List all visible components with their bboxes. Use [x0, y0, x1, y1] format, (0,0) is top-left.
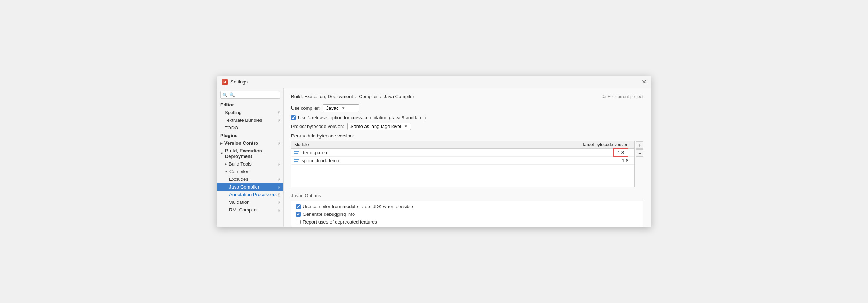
sidebar-item-version-control[interactable]: ▶ Version Control ⎘	[217, 139, 283, 147]
search-icon: 🔍	[222, 93, 228, 97]
copy-icon: ⎘	[278, 162, 280, 166]
module-name: springcloud-demo	[302, 158, 566, 163]
add-row-button[interactable]: +	[636, 141, 643, 149]
release-option-label: Use '--release' option for cross-compila…	[298, 115, 426, 120]
main-panel: Build, Execution, Deployment › Compiler …	[284, 88, 651, 227]
sidebar: 🔍 Editor Spelling ⎘ TextMate Bundles ⎘ T…	[217, 88, 284, 227]
copy-icon: ⎘	[278, 208, 280, 212]
sidebar-item-build-exec-deploy[interactable]: ▼ Build, Execution, Deployment	[217, 147, 283, 160]
table-header: Module Target bytecode version	[291, 141, 634, 149]
debugging-info-label: Generate debugging info	[303, 211, 355, 217]
deprecated-features-checkbox[interactable]	[296, 220, 301, 224]
project-icon: 🗂	[602, 94, 606, 99]
bytecode-value-highlighted: 1.8	[613, 148, 628, 157]
table-row: demo-parent 1.8	[291, 149, 634, 157]
chevron-right-icon: ▶	[220, 141, 223, 145]
bytecode-cell: 1.8	[566, 158, 631, 163]
select-arrow-icon: ▼	[404, 124, 408, 128]
bytecode-version-label: Project bytecode version:	[291, 124, 344, 129]
use-compiler-row: Use compiler: Javac ▼	[291, 104, 643, 112]
select-arrow-icon: ▼	[341, 106, 345, 110]
copy-icon: ⎘	[278, 110, 280, 115]
sidebar-item-excludes[interactable]: Excludes ⎘	[217, 175, 283, 183]
window-title: Settings	[230, 79, 641, 85]
copy-icon: ⎘	[278, 193, 280, 197]
search-input[interactable]	[220, 91, 280, 99]
compiler-select[interactable]: Javac ▼	[323, 104, 359, 112]
titlebar: IJ Settings ✕	[217, 76, 651, 88]
breadcrumb: Build, Execution, Deployment › Compiler …	[291, 94, 643, 99]
bytecode-version-row: Project bytecode version: Same as langua…	[291, 123, 643, 130]
sidebar-item-plugins[interactable]: Plugins	[217, 132, 283, 139]
bytecode-cell-highlighted[interactable]: 1.8	[566, 150, 631, 155]
debugging-info-checkbox[interactable]	[296, 212, 301, 217]
remove-row-button[interactable]: −	[636, 149, 643, 157]
table-row: springcloud-demo 1.8	[291, 157, 634, 165]
copy-icon: ⎘	[278, 185, 280, 189]
sidebar-item-java-compiler[interactable]: Java Compiler ⎘	[217, 183, 283, 191]
sidebar-item-editor[interactable]: Editor	[217, 101, 283, 109]
breadcrumb-part-1: Build, Execution, Deployment	[291, 94, 353, 99]
copy-icon: ⎘	[278, 141, 280, 145]
sidebar-item-annotation-processors[interactable]: Annotation Processors ⎘	[217, 191, 283, 198]
table-actions: + −	[635, 141, 643, 191]
sidebar-item-spelling[interactable]: Spelling ⎘	[217, 109, 283, 116]
sidebar-item-rmi-compiler[interactable]: RMI Compiler ⎘	[217, 206, 283, 214]
sidebar-item-todo[interactable]: TODO	[217, 124, 283, 132]
compiler-value: Javac	[326, 105, 338, 111]
module-icon	[294, 159, 299, 163]
breadcrumb-sep-2: ›	[380, 94, 381, 99]
bytecode-version-dropdown[interactable]: Same as language level ▼	[347, 123, 411, 130]
search-box: 🔍	[220, 91, 280, 99]
module-table-wrapper: Module Target bytecode version demo-pare…	[291, 141, 643, 191]
chevron-down-icon: ▼	[225, 170, 228, 174]
col-module-header: Module	[294, 142, 566, 147]
module-icon	[294, 151, 299, 155]
sidebar-item-textmate[interactable]: TextMate Bundles ⎘	[217, 116, 283, 124]
breadcrumb-part-2: Compiler	[359, 94, 378, 99]
javac-option-row: Generate debugging info	[296, 211, 639, 217]
javac-options-box: Use compiler from module target JDK when…	[291, 201, 643, 227]
chevron-down-icon: ▼	[220, 152, 224, 155]
settings-window: IJ Settings ✕ 🔍 Editor Spelling ⎘ TextMa…	[217, 76, 651, 227]
module-target-jdk-label: Use compiler from module target JDK when…	[303, 204, 413, 209]
bytecode-version-value: Same as language level	[350, 124, 401, 129]
app-icon: IJ	[222, 79, 228, 85]
deprecated-features-label: Report uses of deprecated features	[303, 219, 377, 225]
javac-option-row: Report uses of deprecated features	[296, 219, 639, 225]
per-module-label: Per-module bytecode version:	[291, 133, 643, 139]
use-compiler-label: Use compiler:	[291, 105, 320, 111]
main-content: 🔍 Editor Spelling ⎘ TextMate Bundles ⎘ T…	[217, 88, 651, 227]
breadcrumb-part-3: Java Compiler	[384, 94, 414, 99]
javac-option-row: Use compiler from module target JDK when…	[296, 204, 639, 209]
sidebar-item-validation[interactable]: Validation ⎘	[217, 198, 283, 206]
release-option-checkbox[interactable]	[291, 115, 296, 120]
sidebar-item-compiler[interactable]: ▼ Compiler	[217, 168, 283, 175]
sidebar-item-build-tools[interactable]: ▶ Build Tools ⎘	[217, 160, 283, 168]
close-button[interactable]: ✕	[641, 79, 646, 85]
module-table: Module Target bytecode version demo-pare…	[291, 141, 635, 187]
table-empty-space	[291, 165, 634, 187]
release-option-row: Use '--release' option for cross-compila…	[291, 115, 643, 120]
module-name: demo-parent	[302, 150, 566, 155]
copy-icon: ⎘	[278, 118, 280, 123]
for-current-project: 🗂 For current project	[602, 94, 643, 99]
module-target-jdk-checkbox[interactable]	[296, 204, 301, 209]
breadcrumb-sep-1: ›	[355, 94, 357, 99]
chevron-right-icon: ▶	[225, 162, 227, 166]
javac-options-section: Javac Options Use compiler from module t…	[291, 193, 643, 227]
copy-icon: ⎘	[278, 200, 280, 205]
javac-options-title: Javac Options	[291, 193, 643, 198]
copy-icon: ⎘	[278, 177, 280, 182]
col-bytecode-header: Target bytecode version	[566, 142, 631, 147]
